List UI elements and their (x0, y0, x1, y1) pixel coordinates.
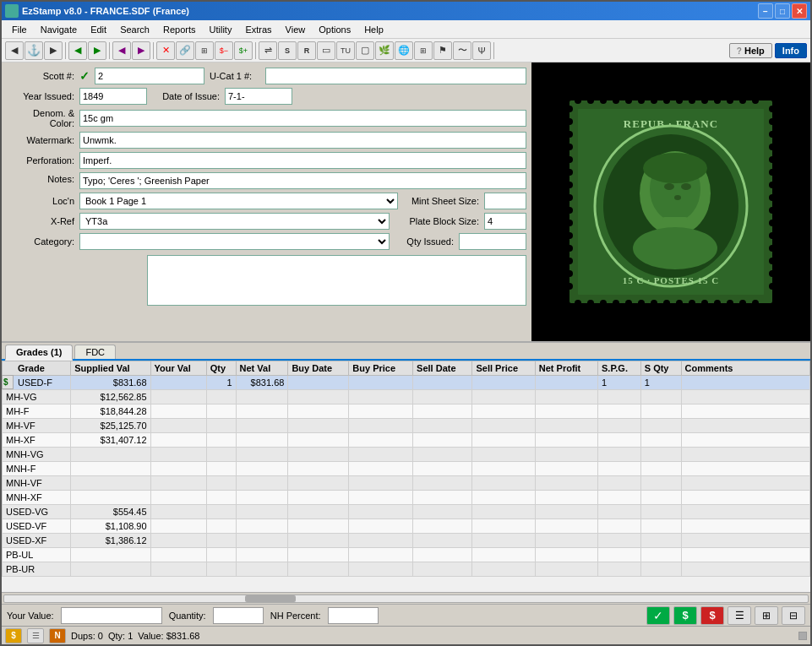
table-row[interactable]: MNH-VF (3, 476, 810, 491)
col-comments: Comments (681, 361, 809, 376)
table-row[interactable]: USED-VG$554.45 (3, 505, 810, 519)
date-of-issue-input[interactable] (225, 88, 292, 105)
minimize-button[interactable]: − (758, 3, 773, 19)
menu-search[interactable]: Search (113, 23, 156, 36)
denom-input[interactable] (79, 110, 526, 127)
horizontal-scrollbar[interactable] (2, 592, 810, 604)
table-row[interactable]: MNH-F (3, 462, 810, 476)
edit-x-button[interactable]: ✕ (156, 41, 175, 60)
nav-purple-back-button[interactable]: ◀ (112, 41, 131, 60)
edit-stack-button[interactable]: ⊞ (414, 41, 433, 60)
edit-arrows-button[interactable]: ⇌ (259, 41, 277, 60)
export-button[interactable]: ⊟ (782, 606, 805, 625)
table-row[interactable]: MH-VG$12,562.85 (3, 390, 810, 404)
bottom-list-button[interactable]: ☰ (27, 628, 44, 643)
table-cell (349, 390, 413, 404)
table-cell (150, 505, 206, 519)
edit-flag-button[interactable]: ⚑ (433, 41, 452, 60)
edit-dollar-minus-button[interactable]: $− (215, 41, 233, 60)
table-row[interactable]: MNH-VG (3, 448, 810, 462)
perforation-input[interactable] (79, 152, 526, 169)
menu-view[interactable]: View (279, 23, 313, 36)
watermark-input[interactable] (79, 132, 526, 149)
table-row[interactable]: USED-VF$1,108.90 (3, 519, 810, 534)
nav-forward-button[interactable]: ▶ (44, 41, 63, 60)
extra-notes-area[interactable] (147, 255, 526, 306)
edit-plant-button[interactable]: 🌿 (375, 41, 394, 60)
plate-block-input[interactable] (484, 213, 526, 230)
info-button[interactable]: Info (775, 43, 807, 58)
locn-select[interactable]: Book 1 Page 1 (79, 193, 398, 209)
ucat-input[interactable] (265, 68, 526, 84)
help-button[interactable]: ? Help (729, 43, 772, 58)
checkmark-button[interactable]: ✓ (646, 606, 670, 625)
year-input[interactable] (79, 88, 147, 105)
nh-percent-input[interactable] (328, 607, 379, 624)
qty-issued-input[interactable] (459, 233, 526, 250)
notes-input[interactable] (79, 172, 526, 189)
table-row[interactable]: MH-F$18,844.28 (3, 404, 810, 419)
table-row[interactable]: USED-XF$1,386.12 (3, 534, 810, 548)
close-button[interactable]: ✕ (792, 3, 807, 19)
col-buy-date: Buy Date (288, 361, 349, 376)
edit-box1-button[interactable]: TU (336, 41, 355, 60)
menu-reports[interactable]: Reports (156, 23, 203, 36)
bottom-orange-n[interactable]: N (49, 628, 66, 643)
table-row[interactable]: MH-VF$25,125.70 (3, 419, 810, 433)
nav-green-forward-button[interactable]: ▶ (88, 41, 106, 60)
edit-globe-button[interactable]: 🌐 (395, 41, 413, 60)
menu-help[interactable]: Help (357, 23, 390, 36)
mint-sheet-input[interactable] (484, 193, 526, 209)
menu-navigate[interactable]: Navigate (34, 23, 84, 36)
table-cell (598, 433, 641, 448)
menu-utility[interactable]: Utility (203, 23, 239, 36)
edit-frame-button[interactable]: ▢ (356, 41, 374, 60)
menu-options[interactable]: Options (312, 23, 357, 36)
nav-anchor-button[interactable]: ⚓ (25, 41, 43, 60)
your-value-input[interactable] (61, 607, 162, 624)
category-select[interactable] (79, 233, 390, 250)
menu-extras[interactable]: Extras (238, 23, 278, 36)
edit-rect-button[interactable]: ▭ (317, 41, 335, 60)
table-row[interactable]: MH-XF$31,407.12 (3, 433, 810, 448)
tab-fdc[interactable]: FDC (74, 345, 116, 359)
maximize-button[interactable]: □ (775, 3, 790, 19)
toolbar: ◀ ⚓ ▶ ◀ ▶ ◀ ▶ ✕ 🔗 ⊞ $− $+ ⇌ S R ▭ TU ▢ 🌿… (2, 39, 810, 62)
scroll-thumb[interactable] (245, 595, 296, 602)
edit-wave-button[interactable]: 〜 (453, 41, 471, 60)
grid-button[interactable]: ⊞ (755, 606, 778, 625)
edit-dollar-plus-button[interactable]: $+ (234, 41, 253, 60)
xref-select[interactable]: YT3a (79, 213, 390, 230)
resize-handle[interactable] (798, 632, 807, 640)
dollar-green-button[interactable]: $ (673, 606, 697, 625)
table-cell (535, 562, 597, 577)
nav-green-back-button[interactable]: ◀ (68, 41, 87, 60)
table-cell (413, 419, 472, 433)
nav-back-button[interactable]: ◀ (5, 41, 24, 60)
table-cell (598, 491, 641, 505)
dollar-red-button[interactable]: $ (700, 606, 724, 625)
edit-s-button[interactable]: S (278, 41, 297, 60)
table-row[interactable]: PB-UL (3, 548, 810, 562)
edit-r-button[interactable]: R (297, 41, 316, 60)
table-cell (640, 505, 681, 519)
quantity-input[interactable] (213, 607, 264, 624)
scroll-track[interactable] (3, 594, 809, 603)
tab-grades[interactable]: Grades (1) (5, 345, 73, 361)
edit-link-button[interactable]: 🔗 (176, 41, 194, 60)
edit-psi-button[interactable]: Ψ (472, 41, 491, 60)
edit-cmd1-button[interactable]: ⊞ (195, 41, 214, 60)
svg-text:15 C · POSTES 15 C: 15 C · POSTES 15 C (623, 275, 720, 285)
menu-file[interactable]: File (5, 23, 34, 36)
table-row[interactable]: PB-UR (3, 562, 810, 577)
grades-table-container[interactable]: $ Grade Supplied Val Your Val Qty Net Va… (2, 361, 810, 592)
bottom-dollar-button[interactable]: $ (5, 628, 22, 643)
scott-input[interactable] (95, 68, 204, 84)
table-row[interactable]: USED-F$831.681$831.6811 (3, 376, 810, 390)
table-cell (349, 505, 413, 519)
table-row[interactable]: MNH-XF (3, 491, 810, 505)
nav-purple-forward-button[interactable]: ▶ (132, 41, 150, 60)
list-button[interactable]: ☰ (728, 606, 751, 625)
menu-edit[interactable]: Edit (84, 23, 113, 36)
table-cell (413, 390, 472, 404)
